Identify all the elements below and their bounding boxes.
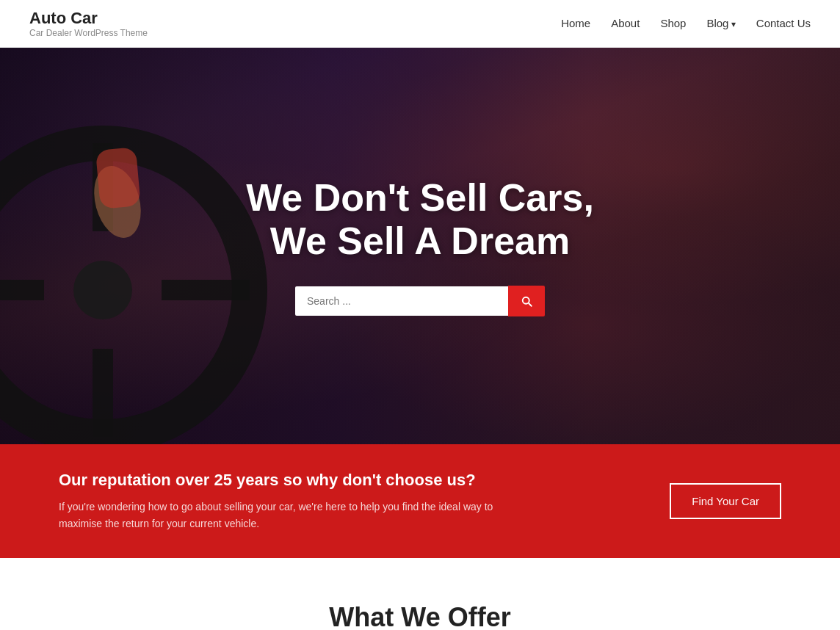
nav-item-shop[interactable]: Shop xyxy=(660,17,686,30)
search-button[interactable] xyxy=(508,286,545,316)
search-input[interactable] xyxy=(295,286,508,316)
search-form[interactable] xyxy=(295,286,545,316)
hero-section: We Don't Sell Cars, We Sell A Dream xyxy=(0,48,840,444)
nav-list: Home About Shop Blog Contact Us xyxy=(561,17,811,30)
search-icon xyxy=(520,294,533,308)
offers-title: What We Offer xyxy=(59,602,781,630)
nav-link-about[interactable]: About xyxy=(611,17,640,29)
main-nav: Home About Shop Blog Contact Us xyxy=(561,17,811,30)
banner-text: Our reputation over 25 years so why don'… xyxy=(59,471,640,532)
offers-section: What We Offer For 25 years, we raising t… xyxy=(0,558,840,630)
nav-item-blog[interactable]: Blog xyxy=(706,17,735,30)
nav-link-contact[interactable]: Contact Us xyxy=(756,17,811,29)
brand-name: Auto Car xyxy=(29,9,148,28)
svg-rect-7 xyxy=(95,148,141,209)
banner-body: If you're wondering how to go about sell… xyxy=(59,499,529,532)
nav-item-about[interactable]: About xyxy=(611,17,640,30)
nav-item-home[interactable]: Home xyxy=(561,17,590,30)
nav-link-blog[interactable]: Blog xyxy=(706,17,735,29)
brand-logo: Auto Car Car Dealer WordPress Theme xyxy=(29,9,148,38)
site-header: Auto Car Car Dealer WordPress Theme Home… xyxy=(0,0,840,48)
nav-item-contact[interactable]: Contact Us xyxy=(756,17,811,30)
nav-link-home[interactable]: Home xyxy=(561,17,590,29)
nav-link-shop[interactable]: Shop xyxy=(660,17,686,29)
svg-point-5 xyxy=(73,261,132,319)
banner-headline: Our reputation over 25 years so why don'… xyxy=(59,471,640,490)
find-car-button[interactable]: Find Your Car xyxy=(670,483,781,519)
red-banner-section: Our reputation over 25 years so why don'… xyxy=(0,444,840,558)
brand-tagline: Car Dealer WordPress Theme xyxy=(29,28,148,38)
hero-content: We Don't Sell Cars, We Sell A Dream xyxy=(246,176,594,317)
hero-title: We Don't Sell Cars, We Sell A Dream xyxy=(246,176,594,264)
hero-title-line1: We Don't Sell Cars, xyxy=(246,176,594,219)
hero-title-line2: We Sell A Dream xyxy=(270,220,570,262)
